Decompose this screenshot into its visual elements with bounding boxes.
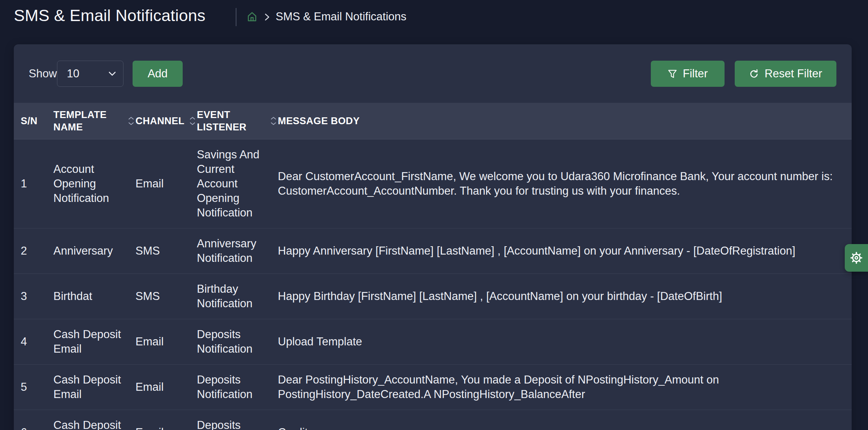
table-row: 3 Birthdat SMS Birthday Notification Hap… (14, 274, 852, 319)
table-header-row: S/N TEMPLATE NAME CHANNEL EVENT LISTENER (14, 103, 852, 139)
cell-message-body: Dear PostingHistory_AccountName, You mad… (278, 373, 846, 402)
table-row: 1 Account Opening Notification Email Sav… (14, 139, 852, 228)
cell-template-name: Cash Deposit Email (53, 418, 135, 430)
column-label: EVENT LISTENER (197, 109, 254, 133)
cell-template-name: Account Opening Notification (53, 162, 135, 206)
column-label: S/N (21, 115, 37, 127)
cell-channel: Email (135, 380, 197, 394)
table-row: 6 Cash Deposit Email Email Deposits Noti… (14, 410, 852, 430)
sort-carets-icon[interactable] (128, 117, 134, 125)
page-size-value: 10 (67, 67, 79, 80)
sort-carets-icon[interactable] (271, 117, 276, 125)
reset-filter-button-label: Reset Filter (764, 67, 822, 80)
add-button-label: Add (147, 67, 167, 80)
home-icon[interactable] (246, 11, 258, 23)
cell-channel: Email (135, 177, 197, 191)
cell-message-body: Happy Anniversary [FirstName] [LastName]… (278, 244, 846, 258)
cell-event-listener: Birthday Notification (197, 282, 278, 311)
column-header-event-listener[interactable]: EVENT LISTENER (197, 109, 278, 133)
table-row: 5 Cash Deposit Email Email Deposits Noti… (14, 365, 852, 410)
column-header-template-name[interactable]: TEMPLATE NAME (53, 109, 135, 133)
cell-sn: 1 (21, 177, 53, 191)
cell-sn: 6 (21, 425, 53, 430)
cell-message-body: Upload Template (278, 334, 846, 349)
chevron-right-icon (264, 13, 270, 21)
table-row: 4 Cash Deposit Email Email Deposits Noti… (14, 319, 852, 365)
cell-event-listener: Savings And Current Account Opening Noti… (197, 147, 278, 220)
column-label: MESSAGE BODY (278, 115, 360, 127)
cell-channel: Email (135, 334, 197, 349)
cell-channel: SMS (135, 244, 197, 258)
column-header-message-body: MESSAGE BODY (278, 115, 846, 127)
cell-template-name: Anniversary (53, 244, 135, 258)
filter-button[interactable]: Filter (651, 61, 725, 87)
page: { "header": { "title": "SMS & Email Noti… (0, 0, 868, 430)
settings-button[interactable] (845, 244, 868, 272)
sort-carets-icon[interactable] (190, 117, 195, 125)
page-size-select[interactable]: 10 (57, 61, 123, 87)
cell-template-name: Cash Deposit Email (53, 327, 135, 356)
table-body: 1 Account Opening Notification Email Sav… (14, 139, 852, 430)
add-button[interactable]: Add (133, 61, 183, 87)
cell-sn: 5 (21, 380, 53, 394)
cell-event-listener: Deposits Notification (197, 373, 278, 402)
cell-message-body: Credit (278, 425, 846, 430)
refresh-icon (749, 69, 759, 79)
cell-channel: SMS (135, 289, 197, 304)
cell-event-listener: Deposits Notification (197, 327, 278, 356)
breadcrumb-divider (236, 8, 236, 26)
filter-button-label: Filter (683, 67, 708, 80)
column-label: TEMPLATE NAME (53, 109, 111, 133)
cell-message-body: Dear CustomerAccount_FirstName, We welco… (278, 169, 846, 198)
chevron-down-icon (109, 72, 116, 76)
cell-channel: Email (135, 425, 197, 430)
reset-filter-button[interactable]: Reset Filter (735, 61, 836, 87)
funnel-icon (668, 69, 677, 79)
cell-template-name: Cash Deposit Email (53, 373, 135, 402)
column-label: CHANNEL (135, 115, 184, 127)
table-row: 2 Anniversary SMS Anniversary Notificati… (14, 228, 852, 274)
show-label: Show (29, 67, 57, 80)
cell-template-name: Birthdat (53, 289, 135, 304)
cell-event-listener: Deposits Notification (197, 418, 278, 430)
cell-event-listener: Anniversary Notification (197, 236, 278, 265)
notifications-card: Show 10 Add Filter (14, 44, 852, 430)
table-toolbar: Show 10 Add Filter (14, 44, 852, 103)
cell-sn: 2 (21, 244, 53, 258)
cell-sn: 3 (21, 289, 53, 304)
column-header-channel[interactable]: CHANNEL (135, 115, 197, 127)
gear-icon (849, 251, 863, 265)
cell-sn: 4 (21, 334, 53, 349)
column-header-sn: S/N (21, 115, 53, 127)
cell-message-body: Happy Birthday [FirstName] [LastName] , … (278, 289, 846, 304)
page-title: SMS & Email Notifications (14, 4, 206, 27)
breadcrumb-current[interactable]: SMS & Email Notifications (276, 9, 406, 24)
